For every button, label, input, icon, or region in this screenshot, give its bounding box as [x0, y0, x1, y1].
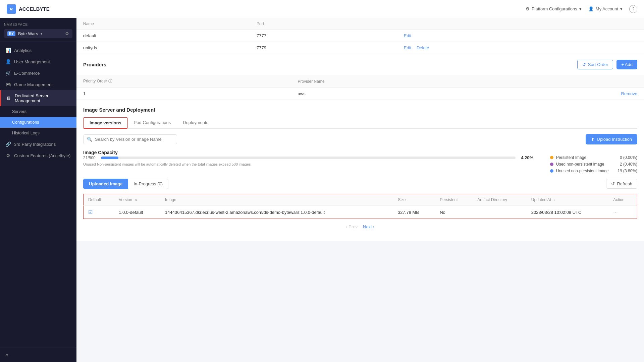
search-input[interactable] — [95, 137, 173, 142]
default-col-header: Default — [84, 194, 114, 206]
main-content: Name Port default 7777 Edit unityds — [76, 18, 644, 362]
tab-deployments-label: Deployments — [183, 120, 208, 125]
sidebar: NAMESPACE BY Byte Wars ▾ ⚙ 📊 Analytics 👤… — [0, 18, 76, 362]
add-provider-button[interactable]: + Add — [616, 60, 637, 69]
unused-non-persistent-label: Unused non-persistent image — [556, 169, 609, 173]
action-dots-icon[interactable]: ··· — [613, 209, 618, 215]
pagination: ‹ Prev Next › — [83, 219, 637, 235]
sidebar-item-servers[interactable]: Servers — [0, 106, 76, 117]
nav-items: 📊 Analytics 👤 User Management 🛒 E-Commer… — [0, 42, 76, 348]
3rd-party-label: 3rd Party Integrations — [14, 142, 56, 147]
size-col-header: Size — [393, 194, 435, 206]
top-navigation: A! ACCELBYTE ⚙ Platform Configurations ▾… — [0, 0, 644, 18]
user-management-label: User Management — [14, 59, 50, 64]
image-col-header: Image — [160, 194, 393, 206]
prev-button[interactable]: ‹ Prev — [346, 224, 358, 229]
my-account-menu[interactable]: 👤 My Account ▾ — [588, 6, 623, 11]
row-default-checkbox[interactable]: ☑ — [84, 206, 114, 219]
top-nav-right: ⚙ Platform Configurations ▾ 👤 My Account… — [526, 5, 637, 13]
logo-text: ACCELBYTE — [19, 6, 50, 12]
used-non-persistent-value: 2 (0.40%) — [620, 162, 637, 167]
platform-configurations-menu[interactable]: ⚙ Platform Configurations ▾ — [526, 6, 582, 11]
upload-instruction-button[interactable]: ⬆ Upload Instruction — [586, 134, 637, 144]
updated-at-col-header: Updated At ↓ — [527, 194, 608, 206]
sidebar-item-dedicated-server[interactable]: 🖥 Dedicated Server Management — [0, 90, 76, 106]
next-button[interactable]: Next › — [363, 224, 375, 229]
dedicated-server-label: Dedicated Server Management — [15, 93, 71, 103]
user-management-icon: 👤 — [5, 59, 11, 64]
delete-link-unityds[interactable]: Delete — [417, 45, 429, 50]
search-box[interactable]: 🔍 — [83, 134, 177, 144]
sidebar-item-configurations[interactable]: Configurations — [0, 117, 76, 128]
sub-tabs: Uploaded Image In-Progress (0) — [83, 179, 168, 189]
my-account-label: My Account — [596, 6, 618, 11]
sidebar-item-ecommerce[interactable]: 🛒 E-Commerce — [0, 67, 76, 79]
namespace-selector[interactable]: BY Byte Wars ▾ ⚙ — [4, 29, 72, 38]
upload-icon: ⬆ — [591, 137, 595, 142]
provider-priority: 1 — [76, 88, 291, 100]
help-label: ? — [632, 7, 635, 11]
uploaded-image-tab[interactable]: Uploaded Image — [83, 179, 128, 189]
providers-actions: ↺ Sort Order + Add — [577, 60, 637, 69]
edit-link-default[interactable]: Edit — [404, 33, 411, 38]
row-image: 144436415367.dkr.ecr.us-west-2.amazonaws… — [160, 206, 393, 219]
namespace-selector-left: BY Byte Wars ▾ — [7, 31, 42, 36]
sidebar-item-3rd-party[interactable]: 🔗 3rd Party Integrations — [0, 138, 76, 150]
checkbox-checked-icon: ☑ — [88, 209, 93, 215]
custom-features-icon: ⚙ — [5, 153, 11, 158]
historical-logs-label: Historical Logs — [12, 131, 40, 135]
image-capacity-section: Image Capacity 21/500 — [83, 150, 637, 173]
name-port-table: Name Port default 7777 Edit unityds — [76, 18, 644, 54]
persistent-dot — [550, 156, 553, 159]
refresh-button[interactable]: ↺ Refresh — [606, 179, 637, 189]
logo-icon: A! — [7, 4, 16, 14]
ecommerce-icon: 🛒 — [5, 70, 11, 76]
capacity-progress-fill — [101, 157, 118, 159]
persistent-col-header: Persistent — [435, 194, 473, 206]
content-panel: Name Port default 7777 Edit unityds — [76, 18, 644, 241]
upload-instruction-label: Upload Instruction — [597, 137, 632, 142]
row-name-unityds: unityds — [76, 42, 250, 54]
capacity-note: Unused Non-persistent images will be aut… — [83, 162, 540, 166]
tab-image-versions-label: Image versions — [90, 120, 121, 125]
configurations-label: Configurations — [12, 120, 39, 125]
sidebar-item-game-management[interactable]: 🎮 Game Management — [0, 79, 76, 90]
updated-at-sort-icon: ↓ — [554, 198, 555, 202]
tab-image-versions[interactable]: Image versions — [83, 117, 128, 129]
tab-deployments[interactable]: Deployments — [177, 117, 214, 129]
version-col-header: Version ⇅ — [114, 194, 160, 206]
unused-non-persistent-dot — [550, 169, 553, 173]
game-management-icon: 🎮 — [5, 82, 11, 87]
provider-row: 1 aws Remove — [76, 88, 644, 100]
table-row: unityds 7779 Edit Delete — [76, 42, 644, 54]
used-non-persistent-dot — [550, 163, 553, 166]
in-progress-tab[interactable]: In-Progress (0) — [128, 179, 168, 189]
sidebar-item-custom-features[interactable]: ⚙ Custom Features (Accelbyte) — [0, 150, 76, 161]
sidebar-collapse-button[interactable]: « — [0, 348, 76, 362]
providers-title: Providers — [83, 62, 106, 67]
namespace-badge: BY — [7, 31, 15, 36]
capacity-percent: 4.20% — [521, 155, 533, 160]
unused-non-persistent-value: 19 (3.80%) — [618, 169, 637, 173]
help-button[interactable]: ? — [629, 5, 637, 13]
sidebar-item-analytics[interactable]: 📊 Analytics — [0, 45, 76, 56]
remove-provider-link[interactable]: Remove — [621, 91, 637, 96]
tab-pod-configurations[interactable]: Pod Configurations — [128, 117, 177, 129]
tab-pod-configurations-label: Pod Configurations — [134, 120, 171, 125]
namespace-name: Byte Wars — [18, 31, 38, 36]
namespace-label: NAMESPACE — [4, 23, 72, 26]
row-actions-unityds: Edit Delete — [397, 42, 644, 54]
sidebar-item-user-management[interactable]: 👤 User Management — [0, 56, 76, 67]
servers-label: Servers — [12, 109, 26, 114]
provider-action-header — [494, 75, 644, 88]
action-col-header-data: Action — [608, 194, 637, 206]
capacity-title: Image Capacity — [83, 150, 637, 155]
dedicated-server-icon: 🖥 — [6, 96, 11, 101]
row-action[interactable]: ··· — [608, 206, 637, 219]
edit-link-unityds[interactable]: Edit — [404, 45, 411, 50]
sort-order-button[interactable]: ↺ Sort Order — [577, 60, 613, 69]
sidebar-item-historical-logs[interactable]: Historical Logs — [0, 128, 76, 138]
namespace-settings-icon[interactable]: ⚙ — [65, 31, 69, 36]
3rd-party-icon: 🔗 — [5, 141, 11, 147]
user-icon: 👤 — [588, 6, 594, 11]
